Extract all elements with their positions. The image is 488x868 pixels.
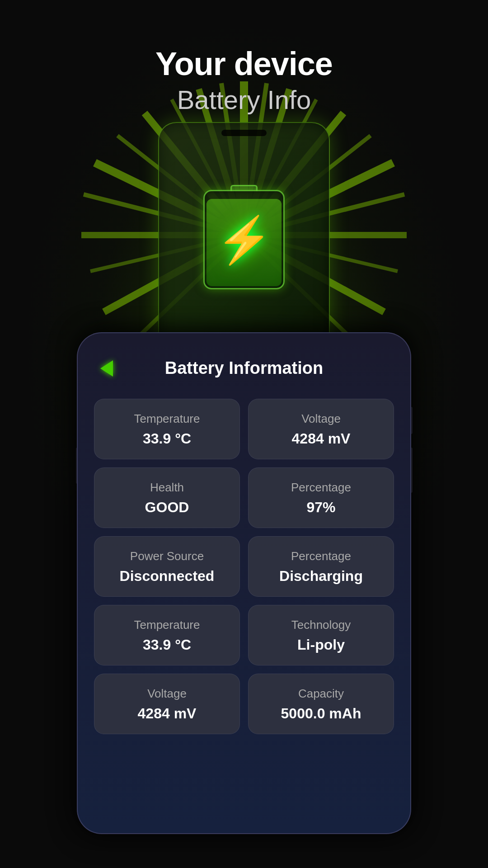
info-card-label-9: Capacity: [258, 687, 385, 701]
info-card-1: Voltage4284 mV: [248, 399, 394, 459]
battery-body: ⚡: [203, 190, 285, 289]
battery-tip: [230, 185, 258, 191]
info-card-2: HealthGOOD: [94, 467, 240, 528]
info-card-0: Temperature33.9 °C: [94, 399, 240, 459]
lightning-bolt-icon: ⚡: [216, 217, 272, 262]
info-card-label-6: Temperature: [103, 618, 230, 632]
info-card-label-2: Health: [103, 481, 230, 495]
info-card-9: Capacity5000.0 mAh: [248, 674, 394, 734]
battery-icon: ⚡: [199, 185, 289, 294]
info-card-8: Voltage4284 mV: [94, 674, 240, 734]
header-subtitle: Battery Info: [0, 85, 488, 115]
info-card-value-3: 97%: [258, 499, 385, 516]
info-card-5: PercentageDischarging: [248, 536, 394, 597]
header: Your device Battery Info: [0, 45, 488, 115]
info-card-label-3: Percentage: [258, 481, 385, 495]
info-card-label-8: Voltage: [103, 687, 230, 701]
info-card-label-0: Temperature: [103, 412, 230, 426]
top-bar: Battery Information: [94, 351, 394, 381]
panel-title: Battery Information: [119, 359, 369, 378]
info-card-label-5: Percentage: [258, 549, 385, 563]
info-card-value-7: Li-poly: [258, 637, 385, 653]
info-card-value-4: Disconnected: [103, 568, 230, 585]
phone-inner-content: Battery Information Temperature33.9 °CVo…: [78, 333, 410, 757]
phone-top-display: ⚡: [158, 122, 330, 357]
info-card-value-0: 33.9 °C: [103, 430, 230, 447]
info-card-value-5: Discharging: [258, 568, 385, 585]
info-card-label-7: Technology: [258, 618, 385, 632]
info-card-7: TechnologyLi-poly: [248, 605, 394, 665]
phone-bottom-panel: Battery Information Temperature33.9 °CVo…: [77, 332, 411, 834]
info-card-value-9: 5000.0 mAh: [258, 705, 385, 722]
back-button[interactable]: [94, 356, 119, 381]
info-card-value-6: 33.9 °C: [103, 637, 230, 653]
info-card-4: Power SourceDisconnected: [94, 536, 240, 597]
info-card-label-4: Power Source: [103, 549, 230, 563]
back-arrow-icon: [100, 360, 113, 377]
info-card-6: Temperature33.9 °C: [94, 605, 240, 665]
info-card-3: Percentage97%: [248, 467, 394, 528]
info-card-label-1: Voltage: [258, 412, 385, 426]
info-card-value-8: 4284 mV: [103, 705, 230, 722]
info-card-value-1: 4284 mV: [258, 430, 385, 447]
info-grid: Temperature33.9 °CVoltage4284 mVHealthGO…: [94, 399, 394, 734]
header-title: Your device: [0, 45, 488, 82]
info-card-value-2: GOOD: [103, 499, 230, 516]
